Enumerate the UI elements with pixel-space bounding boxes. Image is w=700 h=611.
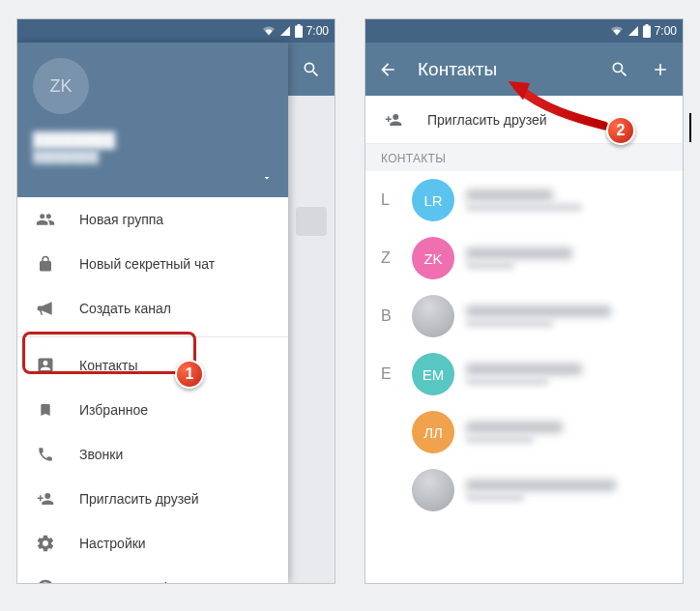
- drawer-item-label: Новая группа: [79, 212, 163, 227]
- contact-status: [466, 261, 514, 270]
- screenshot-left: 7:00 ZK ████████ ████████ Новая группа: [16, 18, 335, 584]
- contact-icon: [35, 356, 56, 375]
- lock-icon: [35, 254, 56, 274]
- contact-name: [466, 306, 611, 317]
- contact-row[interactable]: LLR: [365, 171, 683, 229]
- drawer-item-label: Вопросы о Telegram: [79, 580, 205, 583]
- contact-name: [466, 364, 582, 375]
- chevron-down-icon[interactable]: [261, 172, 273, 184]
- text-cursor: [689, 113, 691, 142]
- contact-name: [466, 480, 616, 491]
- megaphone-icon: [35, 299, 56, 318]
- drawer-item-label: Создать канал: [79, 301, 171, 316]
- index-letter: E: [381, 365, 400, 383]
- bookmark-icon: [35, 400, 56, 420]
- gear-icon: [35, 534, 56, 553]
- contact-avatar-initials: ЛЛ: [412, 411, 454, 453]
- person-add-icon: [35, 490, 56, 508]
- step1-badge: 1: [175, 360, 204, 389]
- drawer-item-new-group[interactable]: Новая группа: [17, 197, 288, 242]
- contacts-list[interactable]: LLRZZKBEEMЛЛ: [365, 171, 683, 583]
- drawer-item-faq[interactable]: Вопросы о Telegram: [17, 566, 288, 583]
- contact-status: [466, 435, 534, 444]
- status-bar: 7:00: [365, 19, 683, 43]
- contact-row[interactable]: B: [365, 287, 683, 345]
- add-icon[interactable]: [650, 60, 671, 79]
- help-icon: [35, 578, 56, 583]
- user-avatar[interactable]: ZK: [33, 58, 89, 114]
- contact-info: [466, 189, 669, 212]
- group-icon: [35, 210, 56, 229]
- wifi-icon: [262, 25, 276, 37]
- contact-row[interactable]: [365, 461, 683, 519]
- index-letter: B: [381, 307, 400, 325]
- drawer-item-contacts[interactable]: Контакты: [17, 343, 288, 388]
- screenshot-right: 7:00 Контакты Пригласить друзей КОНТАКТЫ…: [365, 18, 684, 584]
- drawer-item-invite-friends[interactable]: Пригласить друзей: [17, 477, 288, 521]
- contacts-appbar: Контакты: [365, 43, 683, 96]
- contact-row[interactable]: ZZK: [365, 229, 683, 287]
- drawer-item-label: Контакты: [79, 358, 137, 373]
- status-bar: 7:00: [17, 19, 335, 43]
- invite-friends-row[interactable]: Пригласить друзей: [365, 96, 683, 144]
- wifi-icon: [610, 25, 624, 37]
- svg-rect-3: [645, 24, 648, 26]
- svg-rect-2: [643, 26, 651, 39]
- svg-rect-0: [295, 26, 303, 39]
- contacts-section-label: КОНТАКТЫ: [365, 144, 683, 171]
- contact-info: [466, 306, 669, 328]
- drawer-item-settings[interactable]: Настройки: [17, 521, 288, 566]
- index-letter: L: [381, 191, 400, 209]
- drawer-header: ZK ████████ ████████: [17, 43, 288, 197]
- drawer-item-favorites[interactable]: Избранное: [17, 388, 288, 432]
- drawer-item-label: Настройки: [79, 536, 146, 551]
- status-time: 7:00: [655, 24, 677, 38]
- drawer-item-label: Избранное: [79, 402, 148, 418]
- search-icon[interactable]: [302, 60, 321, 79]
- svg-rect-1: [297, 24, 300, 26]
- person-add-icon: [383, 111, 404, 129]
- status-time: 7:00: [306, 24, 329, 38]
- contact-info: [466, 422, 669, 444]
- contact-name: [466, 189, 553, 201]
- bg-placeholder: [296, 207, 327, 236]
- divider: [17, 336, 288, 337]
- contact-avatar-initials: LR: [412, 179, 454, 221]
- contact-name: [466, 422, 563, 433]
- drawer-item-calls[interactable]: Звонки: [17, 432, 288, 477]
- index-letter: Z: [381, 249, 400, 267]
- contact-status: [466, 493, 524, 502]
- user-name: ████████: [33, 131, 273, 148]
- drawer-item-label: Звонки: [79, 447, 123, 462]
- contact-info: [466, 247, 669, 270]
- drawer-item-create-channel[interactable]: Создать канал: [17, 286, 288, 331]
- invite-label: Пригласить друзей: [427, 112, 547, 128]
- contact-name: [466, 247, 572, 259]
- search-icon[interactable]: [609, 60, 630, 79]
- contact-avatar-photo: [412, 469, 454, 511]
- drawer-menu: Новая группа Новый секретный чат Создать…: [17, 197, 288, 583]
- navigation-drawer: ZK ████████ ████████ Новая группа Новый …: [17, 43, 288, 583]
- signal-icon: [627, 25, 639, 37]
- appbar-title: Контакты: [418, 59, 590, 80]
- contact-row[interactable]: ЛЛ: [365, 403, 683, 461]
- battery-icon: [295, 24, 303, 38]
- contact-info: [466, 364, 669, 386]
- signal-icon: [279, 25, 291, 37]
- contact-status: [466, 377, 548, 386]
- contact-info: [466, 480, 669, 502]
- contact-avatar-photo: [412, 295, 454, 337]
- drawer-item-new-secret-chat[interactable]: Новый секретный чат: [17, 242, 288, 286]
- contact-row[interactable]: EEM: [365, 345, 683, 403]
- contact-avatar-initials: ZK: [412, 237, 454, 279]
- user-phone: ████████: [33, 150, 273, 163]
- battery-icon: [643, 24, 651, 38]
- drawer-item-label: Новый секретный чат: [79, 256, 215, 272]
- contact-status: [466, 319, 553, 328]
- step2-badge: 2: [606, 116, 635, 145]
- phone-icon: [35, 446, 56, 463]
- drawer-item-label: Пригласить друзей: [79, 491, 199, 507]
- contact-status: [466, 203, 582, 212]
- contact-avatar-initials: EM: [412, 353, 454, 395]
- back-icon[interactable]: [377, 60, 398, 79]
